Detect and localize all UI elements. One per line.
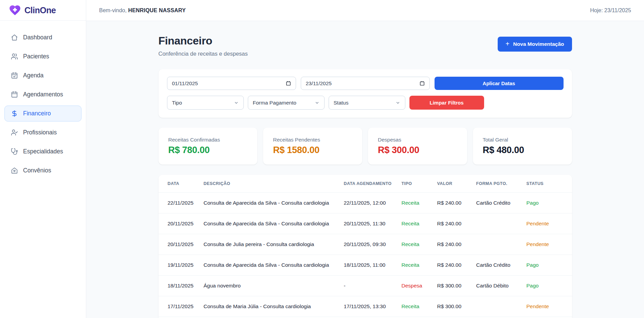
cell-forma-pgto: Cartão Crédito [472, 255, 522, 276]
payment-method-select[interactable]: Forma Pagamento [248, 96, 325, 110]
calendar-picker-icon[interactable] [420, 81, 425, 86]
summary-label: Receitas Pendentes [273, 137, 352, 143]
filters-select-row: Tipo Forma Pagamento Status [167, 96, 564, 110]
cell-data-agendamento: - [340, 276, 398, 296]
cell-descricao: Consulta de Maria Júlia - Consulta cardi… [200, 296, 340, 317]
table-row[interactable]: 18/11/2025 Água novembro - Despesa R$ 30… [159, 276, 572, 296]
page-content: Financeiro Conferência de receitas e des… [159, 21, 572, 318]
stethoscope-icon [11, 148, 18, 155]
welcome-text: Bem-vindo, HENRIQUE NASSARY [99, 7, 186, 14]
cell-valor: R$ 240.00 [433, 234, 472, 255]
date-from-input[interactable]: 01/11/2025 [167, 77, 296, 90]
summary-value: R$ 300.00 [378, 145, 457, 155]
main-area: Bem-vindo, HENRIQUE NASSARY Hoje: 23/11/… [86, 0, 644, 318]
new-movement-button[interactable]: + Nova Movimentação [498, 37, 572, 52]
cell-valor: R$ 160.00 [433, 317, 472, 318]
sidebar: ClinOne Dashboard Pacientes Agenda Agend… [0, 0, 86, 318]
table-row[interactable]: 20/11/2025 Consulta de Aparecida da Silv… [159, 213, 572, 234]
cell-data: 20/11/2025 [159, 213, 200, 234]
cell-status: Pago [522, 276, 572, 296]
sidebar-item-label: Profissionais [23, 129, 57, 136]
cell-descricao: Consulta de Henry nassary - Consulta Gin… [200, 317, 340, 318]
summary-value: R$ 1580.00 [273, 145, 352, 155]
summary-cards: Receitas Confirmadas R$ 780.00 Receitas … [159, 128, 572, 165]
status-select-value: Status [334, 100, 349, 106]
today-date: 23/11/2025 [604, 7, 631, 13]
cell-data: 18/11/2025 [159, 276, 200, 296]
calendar-icon [11, 91, 18, 98]
clear-filters-button[interactable]: Limpar Filtros [409, 96, 484, 110]
cell-valor: R$ 300.00 [433, 276, 472, 296]
filters-date-row: 01/11/2025 23/11/2025 Aplicar Datas [167, 77, 564, 90]
cell-tipo: Receita [398, 296, 433, 317]
calendar-check-icon [11, 72, 18, 79]
sidebar-item-profissionais[interactable]: Profissionais [4, 125, 81, 141]
cell-forma-pgto [472, 317, 522, 318]
cell-valor: R$ 300.00 [433, 296, 472, 317]
col-header-data-agendamento: Data Agendamento [340, 175, 398, 193]
cell-forma-pgto [472, 213, 522, 234]
table-row[interactable]: 19/11/2025 Consulta de Aparecida da Silv… [159, 255, 572, 276]
today-label: Hoje: [590, 7, 603, 13]
sidebar-item-label: Agenda [23, 72, 43, 79]
col-header-valor: Valor [433, 175, 472, 193]
cell-data: 17/11/2025 [159, 317, 200, 318]
table-row[interactable]: 17/11/2025 Consulta de Henry nassary - C… [159, 317, 572, 318]
cell-data-agendamento: 18/11/2025, 11:00 [340, 255, 398, 276]
cell-valor: R$ 240.00 [433, 255, 472, 276]
cell-descricao: Consulta de Aparecida da Silva - Consult… [200, 213, 340, 234]
cell-forma-pgto [472, 296, 522, 317]
sidebar-item-label: Financeiro [23, 110, 51, 117]
cell-data: 19/11/2025 [159, 255, 200, 276]
col-header-data: Data [159, 175, 200, 193]
payment-method-value: Forma Pagamento [253, 100, 296, 106]
sidebar-item-financeiro[interactable]: Financeiro [4, 106, 81, 121]
sidebar-item-agendamentos[interactable]: Agendamentos [4, 87, 81, 102]
cell-status: Pago [522, 193, 572, 213]
cell-tipo: Despesa [398, 276, 433, 296]
filters-card: 01/11/2025 23/11/2025 Aplicar Datas Tipo [159, 69, 572, 118]
table-row[interactable]: 20/11/2025 Consulta de Julia pereira - C… [159, 234, 572, 255]
status-select[interactable]: Status [329, 96, 405, 110]
date-to-input[interactable]: 23/11/2025 [301, 77, 430, 90]
sidebar-item-agenda[interactable]: Agenda [4, 68, 81, 83]
cell-status: Pago [522, 255, 572, 276]
new-movement-label: Nova Movimentação [513, 41, 564, 47]
plus-icon: + [505, 40, 510, 47]
calendar-picker-icon[interactable] [286, 81, 291, 86]
apply-dates-button[interactable]: Aplicar Datas [435, 77, 564, 90]
cell-data-agendamento: 17/11/2025, 08:00 [340, 317, 398, 318]
sidebar-item-dashboard[interactable]: Dashboard [4, 30, 81, 45]
cell-descricao: Consulta de Julia pereira - Consulta car… [200, 234, 340, 255]
table-header-row: Data Descrição Data Agendamento Tipo Val… [159, 175, 572, 193]
cell-forma-pgto: Cartão Crédito [472, 193, 522, 213]
today-text: Hoje: 23/11/2025 [590, 7, 631, 14]
user-name: HENRIQUE NASSARY [128, 7, 186, 13]
cell-tipo: Receita [398, 317, 433, 318]
col-header-status: Status [522, 175, 572, 193]
sidebar-item-pacientes[interactable]: Pacientes [4, 49, 81, 64]
chevron-down-icon [315, 100, 319, 105]
summary-card-despesas: Despesas R$ 300.00 [368, 128, 467, 165]
sidebar-item-label: Convênios [23, 167, 51, 174]
summary-value: R$ 780.00 [168, 145, 248, 155]
topbar: Bem-vindo, HENRIQUE NASSARY Hoje: 23/11/… [86, 0, 644, 21]
cell-data-agendamento: 20/11/2025, 09:30 [340, 234, 398, 255]
cell-data-agendamento: 17/11/2025, 13:30 [340, 296, 398, 317]
sidebar-item-label: Pacientes [23, 53, 49, 60]
table-row[interactable]: 22/11/2025 Consulta de Aparecida da Silv… [159, 193, 572, 213]
type-select[interactable]: Tipo [167, 96, 244, 110]
col-header-descricao: Descrição [200, 175, 340, 193]
cell-data: 17/11/2025 [159, 296, 200, 317]
cell-data: 22/11/2025 [159, 193, 200, 213]
cell-status: Pendente [522, 213, 572, 234]
summary-label: Total Geral [483, 137, 562, 143]
sidebar-item-convenios[interactable]: Convênios [4, 163, 81, 179]
cell-forma-pgto: Cartão Débito [472, 276, 522, 296]
sidebar-item-label: Especialidades [23, 148, 63, 155]
table-row[interactable]: 17/11/2025 Consulta de Maria Júlia - Con… [159, 296, 572, 317]
summary-card-receitas-confirmadas: Receitas Confirmadas R$ 780.00 [159, 128, 258, 165]
sidebar-item-label: Agendamentos [23, 91, 63, 98]
sidebar-item-especialidades[interactable]: Especialidades [4, 144, 81, 160]
sidebar-item-label: Dashboard [23, 34, 52, 41]
